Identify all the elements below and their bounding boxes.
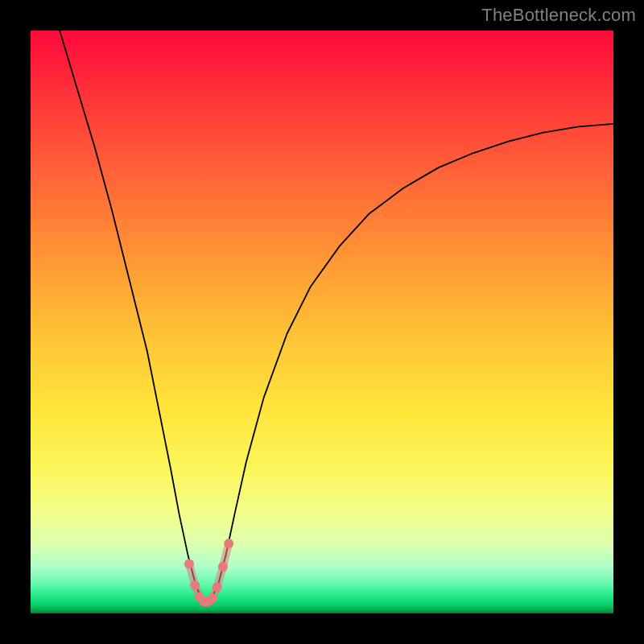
marker-dot	[213, 582, 222, 592]
frame: TheBottleneck.com	[0, 0, 644, 644]
marker-dot	[190, 580, 200, 590]
marker-dot	[224, 539, 233, 548]
marker-connector	[189, 543, 229, 601]
chart-svg	[31, 31, 613, 613]
bottleneck-curve-path	[60, 31, 613, 603]
bottleneck-curve	[60, 31, 613, 603]
marker-dot	[208, 593, 217, 603]
marker-dot	[218, 562, 228, 572]
chart-plot-area	[31, 31, 613, 613]
marker-dot	[184, 559, 194, 568]
optimal-range-markers	[184, 539, 233, 606]
watermark-text: TheBottleneck.com	[481, 5, 636, 26]
